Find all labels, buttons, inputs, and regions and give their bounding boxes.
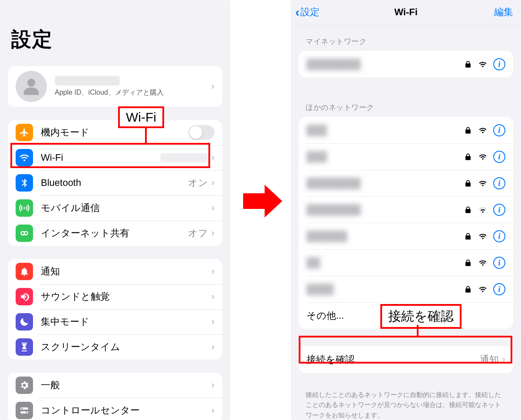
general-row[interactable]: 一般 › [8,373,222,398]
info-icon[interactable]: i [493,177,505,189]
chevron-right-icon: › [211,291,214,302]
avatar-icon [16,71,47,102]
chevron-right-icon: › [211,202,214,214]
network-name-redacted: ████████ [307,178,464,189]
bell-icon [16,263,33,280]
info-icon[interactable]: i [493,257,505,269]
general-group: 一般 › コントロールセンター › [8,373,222,420]
chevron-right-icon: › [211,177,214,189]
ask-to-join-label: 接続を確認 [307,353,480,366]
chevron-right-icon: › [211,228,214,239]
wifi-value-redacted [160,153,208,162]
svg-point-1 [23,207,25,209]
network-name-redacted: ██████ [307,231,464,242]
control-center-label: コントロールセンター [41,404,208,417]
switches-icon [16,402,33,419]
network-row[interactable]: ████████i [299,196,513,223]
airplane-mode-row[interactable]: 機内モード [8,120,222,145]
chevron-right-icon: › [211,266,214,277]
wifi-strength-icon [478,232,487,241]
bluetooth-icon [16,174,33,192]
other-network-row[interactable]: その他... [299,302,513,329]
notifications-label: 通知 [41,265,208,278]
ask-to-join-card: 接続を確認 通知 › [299,346,513,373]
airplane-icon [16,124,33,141]
bluetooth-value: オン [188,176,208,189]
network-row[interactable]: ██████i [299,223,513,249]
chevron-right-icon: › [211,152,214,163]
lock-icon [464,258,472,267]
screentime-row[interactable]: スクリーンタイム › [8,334,222,360]
network-row[interactable]: ████████i [299,170,513,196]
wifi-strength-icon [478,285,487,294]
section-my-networks: マイネットワーク [291,24,521,51]
general-label: 一般 [41,379,208,392]
network-name-redacted: ███ [307,151,464,162]
airplane-label: 機内モード [41,126,188,139]
network-row[interactable]: ███i [299,117,513,143]
settings-root-screen: 設定 Apple ID、iCloud、メディアと購入 › 機内モード Wi-F [0,0,230,420]
svg-point-0 [27,79,35,86]
network-row[interactable]: ████████ i [299,51,513,77]
profile-name-redacted [55,76,120,86]
lock-icon [464,60,472,69]
moon-icon [16,313,33,331]
info-icon[interactable]: i [493,151,505,163]
info-icon[interactable]: i [493,230,505,242]
chevron-right-icon: › [211,341,214,353]
info-icon[interactable]: i [493,124,505,136]
info-icon[interactable]: i [493,283,505,295]
profile-card: Apple ID、iCloud、メディアと購入 › [8,66,222,107]
network-row[interactable]: ███i [299,143,513,170]
chevron-right-icon: › [211,380,214,391]
my-networks-card: ████████ i [299,51,513,77]
notifications-row[interactable]: 通知 › [8,259,222,284]
control-center-row[interactable]: コントロールセンター › [8,398,222,420]
wifi-strength-icon [478,152,487,161]
svg-point-5 [21,408,23,409]
network-row[interactable]: ████i [299,276,513,302]
bluetooth-label: Bluetooth [41,177,188,189]
chevron-right-icon: › [211,316,214,327]
svg-point-7 [26,412,27,413]
ask-to-join-footnote: 接続したことのあるネットワークに自動的に接続します。接続したことのあるネットワー… [291,386,521,420]
airplane-toggle[interactable] [188,125,214,140]
ask-to-join-row[interactable]: 接続を確認 通知 › [299,346,513,373]
page-title: 設定 [0,0,230,66]
network-name-redacted: ████ [307,284,464,295]
lock-icon [464,205,472,214]
hotspot-icon [16,225,33,242]
network-row[interactable]: ██i [299,249,513,276]
hotspot-value: オフ [188,227,208,240]
edit-button[interactable]: 編集 [494,0,513,24]
wifi-settings-screen: ‹ 設定 Wi-Fi 編集 マイネットワーク ████████ i ほかのネット… [291,0,521,420]
gear-icon [16,377,33,394]
screentime-label: スクリーンタイム [41,341,208,354]
info-icon[interactable]: i [493,58,505,70]
focus-label: 集中モード [41,315,208,328]
back-button[interactable]: ‹ 設定 [295,0,320,24]
lock-icon [464,285,472,294]
lock-icon [464,232,472,241]
info-icon[interactable]: i [493,204,505,216]
cellular-label: モバイル通信 [41,202,208,215]
nav-title: Wi-Fi [394,7,418,18]
cellular-row[interactable]: モバイル通信 › [8,195,222,221]
other-network-label: その他... [307,309,505,322]
profile-subtitle: Apple ID、iCloud、メディアと購入 [55,88,208,97]
sounds-label: サウンドと触覚 [41,290,208,303]
sounds-row[interactable]: サウンドと触覚 › [8,284,222,309]
bluetooth-row[interactable]: Bluetooth オン › [8,170,222,195]
network-name-redacted: ████████ [307,204,464,215]
profile-row[interactable]: Apple ID、iCloud、メディアと購入 › [8,66,222,107]
wifi-strength-icon [478,179,487,188]
network-name-redacted: ███ [307,125,464,136]
focus-row[interactable]: 集中モード › [8,309,222,334]
chevron-left-icon: ‹ [295,6,300,19]
lock-icon [464,152,472,161]
hotspot-row[interactable]: インターネット共有 オフ › [8,221,222,246]
wifi-row[interactable]: Wi-Fi › [8,145,222,170]
wifi-icon [16,149,33,166]
wifi-strength-icon [478,126,487,135]
wifi-label: Wi-Fi [41,152,160,163]
